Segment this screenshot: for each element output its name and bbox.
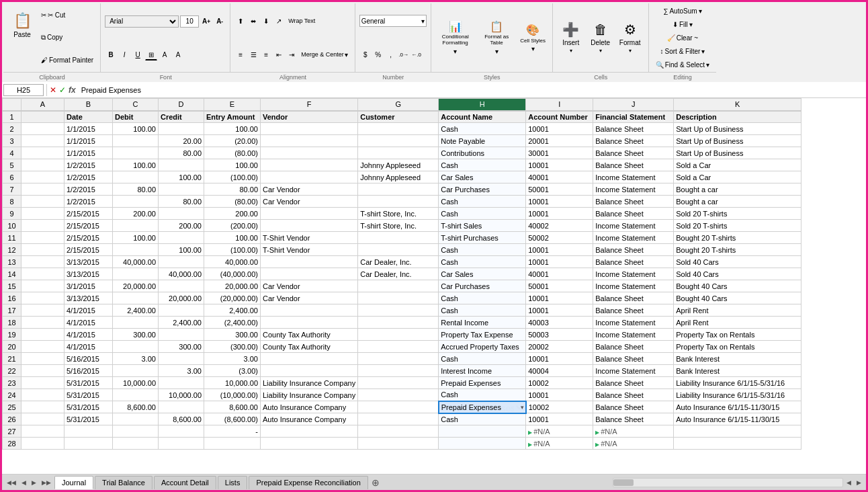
cell-credit-6[interactable]: 100.00 [159,171,204,183]
format-painter-button[interactable]: 🖌 Format Painter [38,54,96,66]
cell-date-13[interactable]: 3/13/2015 [64,256,113,268]
cell-customer-2[interactable] [358,123,439,135]
cell-entry-16[interactable]: (20,000.00) [204,292,261,304]
cell-desc-8[interactable]: Bought a car [674,196,801,208]
cell-vendor-24[interactable]: Liability Insurance Company [261,389,358,401]
cell-credit-3[interactable]: 20.00 [159,135,204,147]
cell-entry-21[interactable]: 3.00 [204,353,261,365]
cell-entry-19[interactable]: 300.00 [204,329,261,341]
cell-date-24[interactable]: 5/31/2015 [64,389,113,401]
cell-fin-stmt-28[interactable]: ▶#N/A [593,438,674,450]
cell-a25[interactable] [21,401,64,413]
cell-desc-3[interactable]: Start Up of Business [674,135,801,147]
find-select-button[interactable]: 🔍 Find & Select ▾ [653,58,712,71]
cell-fin-stmt-23[interactable]: Balance Sheet [593,377,674,389]
col-header-f[interactable]: F [261,99,358,111]
cell-b1[interactable]: Date [64,111,113,123]
cell-a17[interactable] [21,304,64,317]
cell-credit-14[interactable]: 40,000.00 [159,268,204,280]
cell-account-name-6[interactable]: Car Sales [439,171,526,183]
cell-a11[interactable] [21,232,64,244]
cell-date-2[interactable]: 1/1/2015 [64,123,113,135]
cell-customer-25[interactable] [358,401,439,413]
horizontal-scrollbar[interactable] [613,478,843,487]
cell-acct-num-26[interactable]: 10001 [526,413,593,425]
cell-customer-16[interactable] [358,292,439,304]
comma-button[interactable]: , [385,50,397,60]
cell-debit-4[interactable] [113,147,159,159]
cell-entry-6[interactable]: (100.00) [204,171,261,183]
cell-date-20[interactable]: 4/1/2015 [64,341,113,353]
cell-account-name-2[interactable]: Cash [439,123,526,135]
cell-desc-23[interactable]: Liability Insurance 6/1/15-5/31/16 [674,377,801,389]
cell-a1[interactable] [21,111,64,123]
cell-account-name-10[interactable]: T-shirt Sales [439,220,526,232]
cell-vendor-16[interactable]: Car Vendor [261,292,358,304]
cell-vendor-10[interactable] [261,220,358,232]
cell-account-name-5[interactable]: Cash [439,159,526,171]
cell-credit-5[interactable] [159,159,204,171]
cell-acct-num-12[interactable]: 10001 [526,244,593,256]
tab-scroll-next-button[interactable]: ▶ [30,479,38,486]
cell-date-14[interactable]: 3/13/2015 [64,268,113,280]
cell-acct-num-7[interactable]: 50001 [526,183,593,196]
cell-a23[interactable] [21,377,64,389]
cell-customer-21[interactable] [358,353,439,365]
align-bottom-button[interactable]: ⬇ [260,15,272,26]
cell-customer-14[interactable]: Car Dealer, Inc. [358,268,439,280]
italic-button[interactable]: I [118,50,130,60]
cell-date-25[interactable]: 5/31/2015 [64,401,113,413]
col-header-h[interactable]: H [439,99,526,111]
cell-fin-stmt-10[interactable]: Income Statement [593,220,674,232]
clear-button[interactable]: 🧹 Clear ~ [664,32,701,44]
cell-f1[interactable]: Vendor [261,111,358,123]
cell-vendor-2[interactable] [261,123,358,135]
cell-customer-22[interactable] [358,365,439,377]
cell-entry-18[interactable]: (2,400.00) [204,317,261,329]
cell-vendor-26[interactable]: Auto Insurance Company [261,413,358,425]
cell-a14[interactable] [21,268,64,280]
cell-d1[interactable]: Credit [159,111,204,123]
cell-vendor-25[interactable]: Auto Insurance Company [261,401,358,413]
cell-customer-5[interactable]: Johnny Appleseed [358,159,439,171]
cell-account-name-11[interactable]: T-shirt Purchases [439,232,526,244]
cell-date-26[interactable]: 5/31/2015 [64,413,113,425]
cell-a19[interactable] [21,329,64,341]
increase-font-button[interactable]: A+ [200,16,212,27]
cell-acct-num-6[interactable]: 40001 [526,171,593,183]
cell-date-15[interactable]: 3/1/2015 [64,280,113,292]
cell-debit-11[interactable]: 100.00 [113,232,159,244]
cell-credit-15[interactable] [159,280,204,292]
tab-scroll-right-button[interactable]: ▶▶ [40,479,53,486]
decrease-decimal-button[interactable]: .0→ [398,50,410,60]
cell-credit-4[interactable]: 80.00 [159,147,204,159]
cell-customer-11[interactable] [358,232,439,244]
cell-a5[interactable] [21,159,64,171]
cell-acct-num-16[interactable]: 10001 [526,292,593,304]
cell-desc-21[interactable]: Bank Interest [674,353,801,365]
cell-debit-22[interactable] [113,365,159,377]
cell-customer-10[interactable]: T-shirt Store, Inc. [358,220,439,232]
cell-account-name-28[interactable] [439,438,526,450]
cell-entry-25[interactable]: 8,600.00 [204,401,261,413]
font-size-input[interactable] [180,15,199,28]
sort-filter-button[interactable]: ↕ Sort & Filter ▾ [658,45,708,57]
cell-credit-10[interactable]: 200.00 [159,220,204,232]
cell-credit-16[interactable]: 20,000.00 [159,292,204,304]
cell-fin-stmt-16[interactable]: Balance Sheet [593,292,674,304]
cell-j1[interactable]: Financial Statement [593,111,674,123]
cell-debit-5[interactable]: 100.00 [113,159,159,171]
cell-account-name-20[interactable]: Accrued Property Taxes [439,341,526,353]
cell-entry-26[interactable]: (8,600.00) [204,413,261,425]
cell-a16[interactable] [21,292,64,304]
cell-entry-11[interactable]: 100.00 [204,232,261,244]
cell-credit-18[interactable]: 2,400.00 [159,317,204,329]
cell-fin-stmt-5[interactable]: Balance Sheet [593,159,674,171]
wrap-text-button[interactable]: Wrap Text [286,15,318,26]
cell-account-name-14[interactable]: Car Sales [439,268,526,280]
scrollbar-thumb[interactable] [613,479,634,486]
cell-a27[interactable] [21,425,64,438]
cell-desc-19[interactable]: Property Tax on Rentals [674,329,801,341]
cell-vendor-21[interactable] [261,353,358,365]
cell-credit-26[interactable]: 8,600.00 [159,413,204,425]
